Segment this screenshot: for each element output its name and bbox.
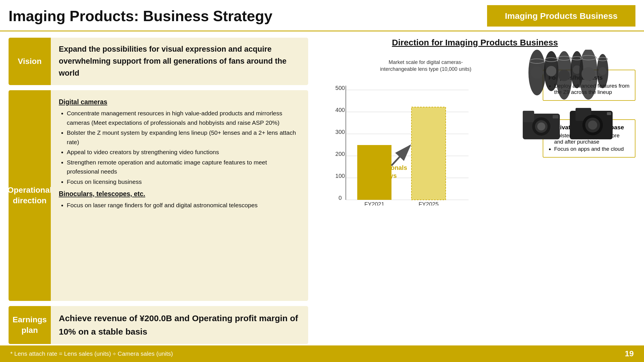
operational-content: Digital cameras Concentrate management r… xyxy=(51,90,308,301)
svg-rect-49 xyxy=(607,112,611,115)
earnings-row: Earnings plan Achieve revenue of ¥200.0B… xyxy=(9,306,308,344)
main-content: Vision Expand the possibilities for visu… xyxy=(0,31,644,347)
svg-rect-43 xyxy=(553,115,558,118)
chart-container: 0 100 200 300 400 500 xyxy=(314,74,537,211)
earnings-text: Achieve revenue of ¥200.0B and Operating… xyxy=(59,312,300,338)
svg-rect-39 xyxy=(523,111,534,122)
svg-text:200: 200 xyxy=(335,151,345,157)
binoculars-heading: Binoculars, telescopes, etc. xyxy=(59,189,300,199)
list-item: Appeal to video creators by strengthenin… xyxy=(67,148,300,157)
svg-point-42 xyxy=(537,122,545,130)
svg-text:FY2025: FY2025 xyxy=(419,201,439,206)
operational-row: Operational direction Digital cameras Co… xyxy=(9,90,308,301)
svg-point-21 xyxy=(531,66,543,79)
svg-text:0: 0 xyxy=(338,195,342,201)
list-item: Bolster the Z mount system by expanding … xyxy=(67,128,300,147)
lens-cluster-image xyxy=(520,50,617,107)
list-item: Focus on laser range finders for golf an… xyxy=(67,201,300,210)
operational-label: Operational direction xyxy=(9,90,51,301)
earnings-label: Earnings plan xyxy=(9,306,51,344)
svg-text:100: 100 xyxy=(335,173,345,179)
svg-text:FY2021: FY2021 xyxy=(364,201,384,206)
left-column: Vision Expand the possibilities for visu… xyxy=(9,38,308,344)
chart-left: Market scale for digital cameras- interc… xyxy=(314,53,537,344)
page-footer: * Lens attach rate = Lens sales (units) … xyxy=(0,345,644,362)
svg-point-31 xyxy=(599,67,607,75)
digital-cameras-bullets: Concentrate management resources in high… xyxy=(59,109,300,186)
footer-page: 19 xyxy=(625,349,634,358)
vision-content: Expand the possibilities for visual expr… xyxy=(51,38,308,85)
product-images xyxy=(520,50,617,152)
digital-cameras-heading: Digital cameras xyxy=(59,97,300,107)
svg-text:400: 400 xyxy=(335,107,345,113)
chart-subtitle: Market scale for digital cameras- interc… xyxy=(314,53,537,73)
svg-point-25 xyxy=(558,70,570,81)
svg-text:and hobbys: and hobbys xyxy=(362,172,397,179)
page-header: Imaging Products: Business Strategy Imag… xyxy=(0,0,644,31)
svg-point-23 xyxy=(546,66,556,76)
page-title: Imaging Products: Business Strategy xyxy=(9,7,272,25)
camera-cluster-image xyxy=(520,105,617,151)
svg-text:500: 500 xyxy=(335,85,345,91)
binoculars-bullets: Focus on laser range finders for golf an… xyxy=(59,201,300,210)
bar-fy2025 xyxy=(411,107,446,200)
svg-point-29 xyxy=(582,67,595,81)
list-item: Focus on licensing business xyxy=(67,177,300,187)
svg-point-48 xyxy=(588,120,597,130)
earnings-content: Achieve revenue of ¥200.0B and Operating… xyxy=(51,306,308,344)
right-column: Direction for Imaging Products Business … xyxy=(314,38,635,344)
list-item: Strengthen remote operation and automati… xyxy=(67,158,300,176)
svg-text:Professistionals: Professistionals xyxy=(359,164,407,171)
svg-text:300: 300 xyxy=(335,129,345,135)
header-badge: Imaging Products Business xyxy=(487,5,635,27)
direction-title: Direction for Imaging Products Business xyxy=(314,38,635,47)
svg-line-17 xyxy=(391,146,410,166)
footer-note: * Lens attach rate = Lens sales (units) … xyxy=(10,350,173,357)
vision-label: Vision xyxy=(9,38,51,85)
vision-row: Vision Expand the possibilities for visu… xyxy=(9,38,308,85)
vision-text: Expand the possibilities for visual expr… xyxy=(59,43,300,79)
bar-chart: 0 100 200 300 400 500 xyxy=(332,74,491,206)
list-item: Concentrate management resources in high… xyxy=(67,109,300,127)
